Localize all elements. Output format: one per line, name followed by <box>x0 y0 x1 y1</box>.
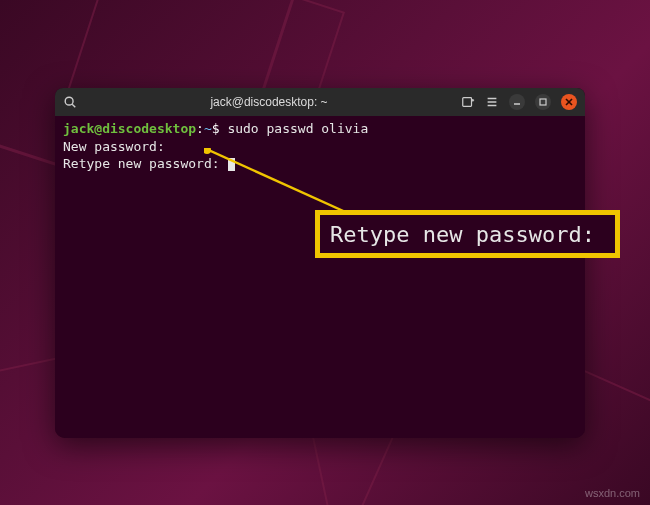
svg-line-1 <box>72 104 75 107</box>
terminal-output-line: New password: <box>63 139 165 154</box>
window-close-button[interactable] <box>561 94 577 110</box>
watermark-text: wsxdn.com <box>585 487 640 499</box>
terminal-body[interactable]: jack@discodesktop:~$ sudo passwd olivia … <box>55 116 585 438</box>
svg-point-0 <box>65 97 73 105</box>
prompt-path: ~ <box>204 121 212 136</box>
window-title: jack@discodesktop: ~ <box>77 95 461 109</box>
command-text: sudo passwd olivia <box>227 121 368 136</box>
svg-rect-9 <box>540 99 546 105</box>
annotation-callout: Retype new password: <box>315 210 620 258</box>
window-titlebar: jack@discodesktop: ~ <box>55 88 585 116</box>
callout-text: Retype new password: <box>330 222 595 247</box>
search-icon[interactable] <box>63 95 77 109</box>
prompt-symbol: $ <box>212 121 220 136</box>
window-minimize-button[interactable] <box>509 94 525 110</box>
new-tab-icon[interactable] <box>461 95 475 109</box>
terminal-window: jack@discodesktop: ~ jack@dis <box>55 88 585 438</box>
terminal-cursor <box>228 158 235 171</box>
prompt-user-host: jack@discodesktop <box>63 121 196 136</box>
svg-rect-2 <box>463 98 472 107</box>
terminal-output-line: Retype new password: <box>63 156 220 171</box>
prompt-separator: : <box>196 121 204 136</box>
window-maximize-button[interactable] <box>535 94 551 110</box>
hamburger-menu-icon[interactable] <box>485 95 499 109</box>
